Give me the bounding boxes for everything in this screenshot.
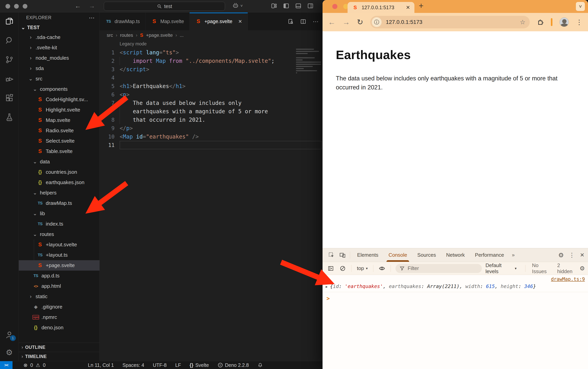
customize-layout-icon[interactable] <box>271 3 277 9</box>
breadcrumb-item[interactable]: +page.svelte <box>146 32 173 38</box>
status-item-spaces-4[interactable]: Spaces: 4 <box>123 362 144 368</box>
explorer-view-icon[interactable] <box>5 17 14 26</box>
explorer-item-table-svelte[interactable]: STable.svelte <box>19 146 99 156</box>
log-levels-selector[interactable]: Default levels ▾ <box>483 262 519 275</box>
explorer-item-countries-json[interactable]: {}countries.json <box>19 167 99 177</box>
window-zoom-button[interactable] <box>23 4 27 9</box>
devtools-close-icon[interactable]: ✕ <box>580 252 585 258</box>
explorer-root-folder[interactable]: ⌄ TEST <box>19 23 99 32</box>
explorer-item-drawmap-ts[interactable]: TSdrawMap.ts <box>19 198 99 208</box>
devtools-settings-icon[interactable]: ⚙ <box>558 252 564 258</box>
open-preview-icon[interactable] <box>288 19 294 24</box>
console-sidebar-toggle-icon[interactable] <box>326 265 336 272</box>
warnings-count[interactable]: 0 <box>43 362 46 368</box>
explorer-more-actions-icon[interactable]: ⋯ <box>89 14 95 21</box>
status-item-ln-11-col-1[interactable]: Ln 11, Col 1 <box>88 362 114 368</box>
errors-count[interactable]: 0 <box>30 362 33 368</box>
console-prompt-chevron[interactable]: > <box>323 292 588 302</box>
explorer-item-map-svelte[interactable]: SMap.svelte <box>19 115 99 125</box>
device-toolbar-icon[interactable] <box>337 252 348 258</box>
devtools-tab-console[interactable]: Console <box>383 248 412 262</box>
breadcrumb-item[interactable]: ... <box>180 32 184 38</box>
status-item-deno-2-2-8[interactable]: Deno 2.2.8 <box>217 362 249 368</box>
explorer-item-sda[interactable]: ›sda <box>19 63 99 73</box>
explorer-item-lib[interactable]: ⌄lib <box>19 208 99 219</box>
source-control-icon[interactable] <box>5 55 14 64</box>
codelens-hint[interactable]: Legacy mode <box>120 41 324 48</box>
errors-icon[interactable]: ⊗ <box>23 362 28 368</box>
site-info-icon[interactable]: ⓘ <box>372 17 382 27</box>
explorer-item-deno-json[interactable]: {}deno.json <box>19 322 99 333</box>
explorer-item-radio-svelte[interactable]: SRadio.svelte <box>19 125 99 136</box>
history-back-icon[interactable]: ← <box>75 2 81 10</box>
code-line-5[interactable]: 5<h1>Earthquakes</h1> <box>100 82 324 90</box>
window-minimize-button[interactable] <box>14 4 19 9</box>
sidebar-section-outline[interactable]: ›OUTLINE <box>19 343 99 352</box>
explorer-item-highlight-svelte[interactable]: SHighlight.svelte <box>19 105 99 115</box>
code-line-10[interactable]: 10<Map id="earthquakes" /> <box>100 133 324 141</box>
code-line-3[interactable]: 3</script> <box>100 65 324 73</box>
explorer-item-earthquakes-json[interactable]: {}earthquakes.json <box>19 177 99 188</box>
explorer-item--svelte-kit[interactable]: ›.svelte-kit <box>19 42 99 53</box>
editor-tab--page-svelte[interactable]: S+page.svelte✕ <box>190 12 248 30</box>
editor-tab-map-svelte[interactable]: SMap.svelte <box>146 12 190 30</box>
hidden-messages-count[interactable]: 2 hidden <box>557 262 575 275</box>
extensions-view-icon[interactable] <box>5 93 14 102</box>
explorer-item--sda-cache[interactable]: ›.sda-cache <box>19 32 99 42</box>
url-text[interactable]: 127.0.0.1:5173 <box>386 19 516 25</box>
split-editor-icon[interactable] <box>300 19 306 24</box>
execution-context-selector[interactable]: top ▾ <box>355 265 370 271</box>
code-line-9[interactable]: 9</p> <box>100 124 324 133</box>
code-line-4[interactable]: 4 <box>100 73 324 82</box>
warnings-icon[interactable]: ⚠ <box>36 362 40 368</box>
more-tabs-icon[interactable]: » <box>509 252 517 258</box>
explorer-item-codehighlight-sv-[interactable]: SCodeHighlight.sv... <box>19 94 99 105</box>
code-line-11[interactable]: 11 <box>100 141 324 149</box>
status-item-svelte[interactable]: {}Svelte <box>190 362 209 368</box>
remote-indicator[interactable]: >< <box>0 361 12 369</box>
explorer-item--npmrc[interactable]: npm.npmrc <box>19 312 99 322</box>
explorer-item--layout-svelte[interactable]: S+layout.svelte <box>19 239 99 250</box>
devtools-menu-icon[interactable]: ⋮ <box>569 252 575 258</box>
run-debug-icon[interactable] <box>5 74 14 83</box>
live-expression-eye-icon[interactable] <box>377 265 387 272</box>
devtools-tab-network[interactable]: Network <box>441 248 470 262</box>
settings-gear-icon[interactable]: ⚙ <box>6 348 13 356</box>
browser-reload-icon[interactable]: ↻ <box>357 18 363 26</box>
toggle-panel-icon[interactable] <box>295 3 301 9</box>
console-log-entry[interactable]: drawMap.ts:9 ▶ {id: 'earthquakes', earth… <box>323 275 588 292</box>
explorer-item-components[interactable]: ⌄components <box>19 84 99 94</box>
browser-back-icon[interactable]: ← <box>328 18 335 26</box>
search-view-icon[interactable] <box>5 36 14 45</box>
clear-console-icon[interactable] <box>337 265 348 272</box>
breadcrumb[interactable]: src›routes›S+page.svelte›... <box>100 30 324 40</box>
command-center-search[interactable]: test <box>104 2 225 11</box>
editor-tab-drawmap-ts[interactable]: TSdrawMap.ts <box>100 12 146 30</box>
toggle-primary-sidebar-icon[interactable] <box>283 3 289 9</box>
window-close-button[interactable] <box>5 4 10 9</box>
sidebar-section-timeline[interactable]: ›TIMELINE <box>19 352 99 361</box>
status-item-bell[interactable] <box>257 362 263 368</box>
extensions-puzzle-icon[interactable] <box>537 19 544 26</box>
code-editor[interactable]: Legacy mode 1<script lang="ts">2 import … <box>100 40 324 361</box>
more-actions-icon[interactable]: ⋯ <box>313 18 319 25</box>
explorer-item-data[interactable]: ⌄data <box>19 156 99 167</box>
explorer-item--layout-ts[interactable]: TS+layout.ts <box>19 250 99 260</box>
status-item-lf[interactable]: LF <box>175 362 181 368</box>
explorer-item-select-svelte[interactable]: SSelect.svelte <box>19 136 99 146</box>
code-line-7[interactable]: 7 The data used below includes only <box>100 99 324 107</box>
devtools-tab-sources[interactable]: Sources <box>412 248 441 262</box>
code-line-8[interactable]: 8 that occurred in 2021. <box>100 116 324 124</box>
bookmark-star-icon[interactable]: ☆ <box>520 18 525 26</box>
browser-close-button[interactable] <box>332 4 337 9</box>
minimap[interactable] <box>296 49 322 73</box>
browser-forward-icon[interactable]: → <box>343 18 350 26</box>
breadcrumb-item[interactable]: routes <box>120 32 133 38</box>
console-settings-icon[interactable]: ⚙ <box>580 266 585 271</box>
history-forward-icon[interactable]: → <box>89 2 95 10</box>
code-line-2[interactable]: 2 import Map from "../components/Map.sve… <box>100 57 324 65</box>
explorer-item-node-modules[interactable]: ›node_modules <box>19 53 99 63</box>
code-line-6[interactable]: 6<p> <box>100 90 324 99</box>
devtools-tab-elements[interactable]: Elements <box>352 248 383 262</box>
explorer-item--gitignore[interactable]: ◈.gitignore <box>19 302 99 312</box>
